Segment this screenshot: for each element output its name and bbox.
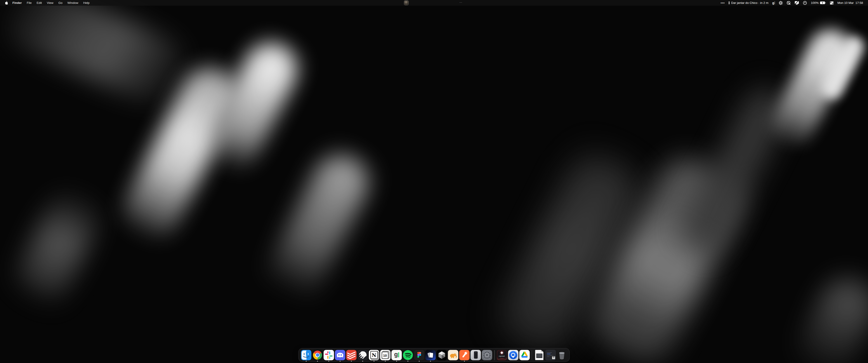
dock-divider — [494, 350, 495, 360]
slack-icon — [324, 350, 334, 360]
document-preview — [536, 354, 542, 358]
wallpaper-stripe — [255, 146, 378, 315]
dock: N 10 g — [298, 348, 570, 362]
menu-app-name[interactable]: Finder — [10, 0, 24, 6]
linear-sphere — [359, 351, 366, 359]
granola-icon: g — [392, 350, 402, 360]
spotify-circle — [403, 350, 413, 360]
dock-item-chrome[interactable] — [312, 350, 323, 360]
menu-bar: Finder File Edit View Go Window Help ⋯ •… — [0, 0, 868, 6]
calendar-event-item[interactable]: Dar jantar do Chico · in 2 m — [729, 1, 769, 4]
menu-view[interactable]: View — [44, 0, 56, 6]
1password-circle — [509, 351, 517, 359]
discord-icon — [335, 350, 345, 360]
calendar-event-text: Dar jantar do Chico · in 2 m — [731, 1, 769, 4]
dock-item-notion[interactable]: N — [369, 350, 379, 360]
dock-item-spotify[interactable] — [403, 350, 413, 360]
trash-icon — [557, 350, 567, 360]
dock-item-1password[interactable] — [508, 350, 518, 360]
notion-calendar-date-glyph: 10 — [383, 354, 387, 357]
apple-menu[interactable] — [2, 1, 10, 5]
dock-item-trash[interactable] — [557, 350, 567, 360]
dock-item-system-settings[interactable] — [482, 350, 492, 360]
display-mirroring-icon — [795, 1, 799, 5]
dock-divider — [532, 350, 532, 360]
menu-file[interactable]: File — [24, 0, 34, 6]
dock-item-notion-calendar[interactable]: 10 — [380, 350, 391, 360]
cursor-icon — [437, 350, 447, 360]
granola-cursor-bar — [398, 352, 399, 357]
keyhole-icon — [508, 350, 518, 360]
dock-item-craft[interactable] — [426, 350, 436, 360]
pick-menu-item[interactable] — [786, 1, 791, 5]
menu-window[interactable]: Window — [65, 0, 81, 6]
chrome-icon — [312, 350, 323, 360]
dock-item-postman[interactable] — [459, 350, 470, 360]
stack-text-line — [547, 355, 553, 356]
todoist-icon — [346, 350, 357, 360]
stack-text-line — [547, 352, 552, 353]
dock-item-google-drive[interactable] — [519, 350, 530, 360]
notion-calendar-frame: 10 — [381, 352, 388, 359]
wallpaper-stripe — [0, 0, 193, 111]
document-file-icon — [534, 350, 545, 360]
raycast-diamond — [500, 351, 503, 354]
chrome-ball — [313, 351, 322, 360]
menu-extras-overflow[interactable]: ••• — [721, 1, 725, 4]
calendar-event-bar-icon — [729, 1, 730, 4]
granola-g-glyph: g — [772, 1, 774, 5]
postico-elephant-icon — [448, 350, 458, 360]
1password-icon — [803, 1, 807, 5]
iphone-mirroring-icon — [471, 350, 481, 360]
stack-text-line — [547, 357, 550, 357]
dock-item-finder[interactable] — [301, 350, 311, 360]
1password-keyhole-bar — [513, 356, 514, 358]
control-center-icon — [830, 1, 834, 4]
pinwheel-icon — [779, 1, 783, 5]
linear-icon — [358, 350, 368, 360]
control-center-menu-item[interactable] — [830, 1, 834, 4]
hidden-items-ellipsis[interactable]: ⋯ — [459, 0, 463, 6]
granola-g-glyph: g — [394, 352, 398, 358]
craft-card-front — [430, 353, 433, 358]
document-page — [535, 350, 544, 360]
craft-icon — [426, 350, 436, 360]
menu-bar-clock[interactable]: Mon 10 Mar 17:58 — [837, 1, 863, 4]
finder-icon — [301, 350, 311, 360]
pinwheel-menu-item[interactable] — [779, 1, 783, 5]
dock-item-granola[interactable]: g — [392, 350, 402, 360]
display-mirroring-menu-item[interactable] — [795, 1, 799, 5]
menu-go[interactable]: Go — [56, 0, 65, 6]
battery-charging-icon — [820, 1, 826, 4]
dock-item-discord[interactable] — [335, 350, 345, 360]
granola-menu-item[interactable]: g — [772, 1, 775, 5]
battery-menu-item[interactable]: 100% — [811, 1, 826, 4]
pick-icon — [786, 1, 791, 5]
dock-item-raycast[interactable]: raycast — [497, 350, 507, 360]
menu-help[interactable]: Help — [81, 0, 92, 6]
gear-icon — [482, 350, 492, 360]
raycast-icon: raycast — [497, 350, 507, 360]
dock-item-todoist[interactable] — [346, 350, 357, 360]
menu-bar-status-area: ••• Dar jantar do Chico · in 2 m g — [721, 0, 868, 6]
dock-item-document[interactable] — [534, 350, 545, 360]
calendar-badge: 11 — [552, 356, 555, 359]
dock-item-linear[interactable] — [358, 350, 368, 360]
dock-item-cursor[interactable] — [437, 350, 447, 360]
desktop-wallpaper — [0, 0, 868, 363]
document-fold-corner — [541, 350, 544, 352]
menu-edit[interactable]: Edit — [34, 0, 44, 6]
dock-item-iphone-mirroring[interactable] — [471, 350, 481, 360]
raycast-red-arc — [499, 357, 504, 359]
screenshot-stack-icon: 11 — [546, 350, 556, 360]
dock-item-slack[interactable] — [324, 350, 334, 360]
notion-icon: N — [369, 350, 379, 360]
battery-percent: 100% — [811, 1, 819, 4]
dock-item-downloads-stack[interactable]: 11 — [546, 350, 556, 360]
dock-item-figma[interactable] — [414, 350, 425, 360]
album-art-thumbnail[interactable] — [404, 0, 409, 5]
onepassword-menu-item[interactable] — [803, 1, 807, 5]
dock-item-postico[interactable] — [448, 350, 458, 360]
notion-frame: N — [370, 351, 378, 359]
spotify-icon — [403, 350, 413, 360]
